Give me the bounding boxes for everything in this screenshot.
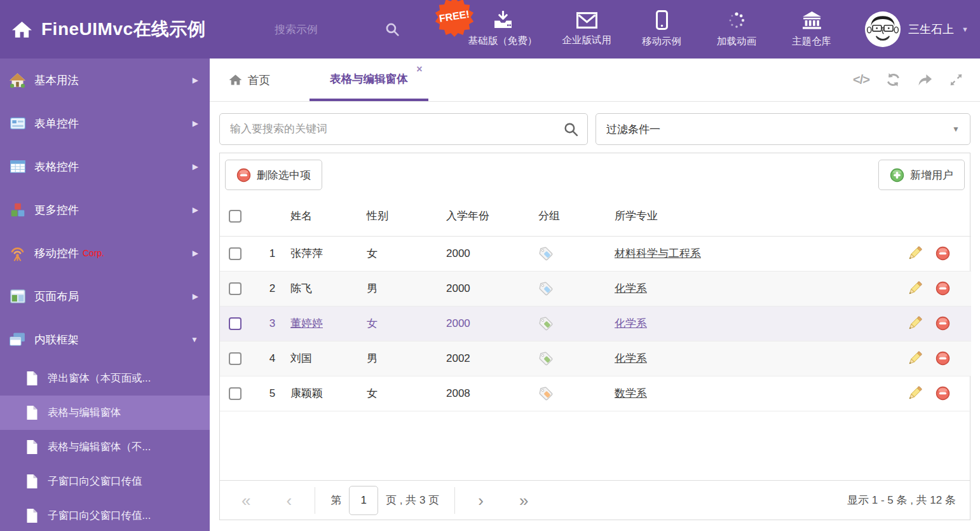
edit-icon[interactable] — [906, 245, 923, 262]
last-page-button[interactable]: » — [519, 492, 528, 509]
row-checkbox[interactable] — [229, 352, 242, 365]
select-all-checkbox[interactable] — [229, 210, 242, 223]
cell-gender: 女 — [363, 236, 442, 271]
nav-item-label: 移动示例 — [642, 35, 681, 48]
sidebar-item-grid-controls[interactable]: 表格控件▶ — [0, 145, 210, 188]
pagination-bar: « ‹ 第 页 , 共 3 页 › » 显示 1 - 5 条 , 共 12 条 — [220, 480, 970, 520]
prev-page-button[interactable]: ‹ — [286, 492, 292, 509]
sidebar-item-page-layout[interactable]: 页面布局▶ — [0, 275, 210, 318]
filter-select[interactable]: 过滤条件一 ▼ — [595, 113, 970, 145]
column-header-group[interactable]: 分组 — [534, 197, 611, 236]
nav-item-themes[interactable]: 主题仓库 — [774, 0, 849, 59]
sidebar-subitem-label: 弹出窗体（本页面或... — [48, 371, 151, 385]
row-checkbox[interactable] — [229, 317, 242, 330]
panel-spacer — [220, 411, 970, 481]
table-row[interactable]: 1张萍萍女2000材料科学与工程系 — [220, 236, 971, 271]
tab-grid-edit-window[interactable]: 表格与编辑窗体 × — [310, 59, 428, 101]
search-icon[interactable] — [563, 121, 579, 137]
refresh-icon[interactable] — [885, 72, 901, 88]
sidebar-item-more-controls[interactable]: 更多控件▶ — [0, 188, 210, 231]
major-link[interactable]: 化学系 — [615, 352, 647, 364]
edit-icon[interactable] — [906, 315, 923, 332]
sidebar-item-inline-frame[interactable]: 内联框架▼ — [0, 318, 210, 361]
expand-icon[interactable] — [949, 72, 963, 87]
delete-icon[interactable] — [936, 351, 950, 366]
cell-row-number: 1 — [258, 236, 287, 271]
close-icon[interactable]: × — [416, 64, 422, 74]
row-checkbox[interactable] — [229, 282, 242, 295]
edit-icon[interactable] — [906, 385, 923, 402]
cell-name: 张萍萍 — [290, 247, 323, 259]
tag-icon — [538, 316, 554, 331]
sidebar-item-label: 更多控件 — [34, 202, 79, 217]
sidebar-subitem[interactable]: 弹出窗体（本页面或... — [0, 361, 210, 396]
home-icon — [229, 74, 242, 86]
form-icon — [9, 115, 26, 132]
top-nav: 基础版（免费）企业版试用移动示例加载动画主题仓库 — [456, 0, 849, 59]
code-icon[interactable]: </> — [853, 72, 869, 87]
row-checkbox[interactable] — [229, 247, 242, 260]
table-row[interactable]: 5康颖颖女2008数学系 — [220, 376, 971, 411]
nav-item-label: 加载动画 — [717, 35, 756, 48]
pager-divider — [315, 487, 315, 514]
column-header-major[interactable]: 所学专业 — [611, 197, 906, 236]
add-user-button[interactable]: 新增用户 — [878, 160, 965, 190]
sidebar-subitem[interactable]: 表格与编辑窗体 — [0, 396, 210, 430]
main-content: 首页 表格与编辑窗体 × </> 过滤条件一 ▼ 删除选中项 — [210, 59, 980, 531]
delete-selected-label: 删除选中项 — [257, 168, 311, 183]
tab-label: 首页 — [248, 72, 270, 88]
table-header-row: 姓名 性别 入学年份 分组 所学专业 — [220, 197, 971, 236]
cell-name: 董婷婷 — [290, 317, 323, 329]
table-row[interactable]: 2陈飞男2000化学系 — [220, 271, 971, 306]
tab-bar: 首页 表格与编辑窗体 × </> — [210, 59, 980, 102]
next-page-button[interactable]: › — [478, 492, 484, 509]
row-checkbox[interactable] — [229, 387, 242, 400]
table-row[interactable]: 3董婷婷女2000化学系 — [220, 306, 971, 341]
sidebar-subitem[interactable]: 表格与编辑窗体（不... — [0, 430, 210, 464]
filter-bar: 过滤条件一 ▼ — [210, 102, 980, 145]
edit-icon[interactable] — [906, 350, 923, 367]
delete-icon[interactable] — [936, 316, 950, 331]
brand[interactable]: FineUIMvc在线示例 — [11, 0, 206, 59]
tab-home[interactable]: 首页 — [229, 59, 270, 101]
delete-icon[interactable] — [936, 386, 950, 401]
users-table: 姓名 性别 入学年份 分组 所学专业 1张萍萍女2000材料科学与工程系2陈飞男… — [220, 197, 971, 411]
nav-item-enterprise[interactable]: 企业版试用 — [549, 0, 624, 59]
major-link[interactable]: 材料科学与工程系 — [615, 247, 701, 259]
sidebar-item-mobile-controls[interactable]: 移动控件Corp.▶ — [0, 231, 210, 275]
column-header-gender[interactable]: 性别 — [363, 197, 442, 236]
download-icon — [493, 11, 513, 29]
table-row[interactable]: 4刘国男2002化学系 — [220, 341, 971, 376]
sidebar-subitem[interactable]: 子窗口向父窗口传值... — [0, 499, 210, 531]
column-header-year[interactable]: 入学年份 — [442, 197, 534, 236]
sidebar-item-form-controls[interactable]: 表单控件▶ — [0, 102, 210, 145]
mobile-icon — [656, 10, 668, 30]
nav-item-label: 基础版（免费） — [468, 34, 538, 48]
delete-icon[interactable] — [936, 281, 950, 296]
first-page-button[interactable]: « — [242, 492, 250, 509]
nav-item-loading[interactable]: 加载动画 — [699, 0, 774, 59]
major-link[interactable]: 化学系 — [615, 282, 647, 294]
home-icon — [11, 20, 32, 39]
delete-icon[interactable] — [936, 246, 950, 261]
search-icon[interactable] — [385, 22, 400, 38]
sidebar-subitem-label: 表格与编辑窗体（不... — [48, 440, 151, 454]
sidebar-item-basic-usage[interactable]: 基本用法▶ — [0, 59, 210, 102]
keyword-search-input[interactable] — [220, 114, 587, 144]
cell-year: 2000 — [442, 306, 534, 341]
edit-icon[interactable] — [906, 280, 923, 297]
cell-row-number: 3 — [258, 306, 287, 341]
user-name: 三生石上 — [908, 22, 954, 37]
sidebar-subitem[interactable]: 子窗口向父窗口传值 — [0, 464, 210, 499]
major-link[interactable]: 化学系 — [615, 317, 647, 329]
nav-item-mobile[interactable]: 移动示例 — [624, 0, 699, 59]
spinner-icon — [727, 11, 746, 30]
table-icon — [9, 158, 26, 176]
top-search[interactable]: 搜索示例 — [275, 0, 400, 59]
user-menu[interactable]: 三生石上 ▼ — [865, 0, 969, 59]
column-header-name[interactable]: 姓名 — [287, 197, 363, 236]
share-icon[interactable] — [917, 72, 933, 87]
major-link[interactable]: 数学系 — [615, 387, 647, 399]
delete-selected-button[interactable]: 删除选中项 — [225, 160, 322, 190]
page-number-input[interactable] — [349, 486, 378, 515]
